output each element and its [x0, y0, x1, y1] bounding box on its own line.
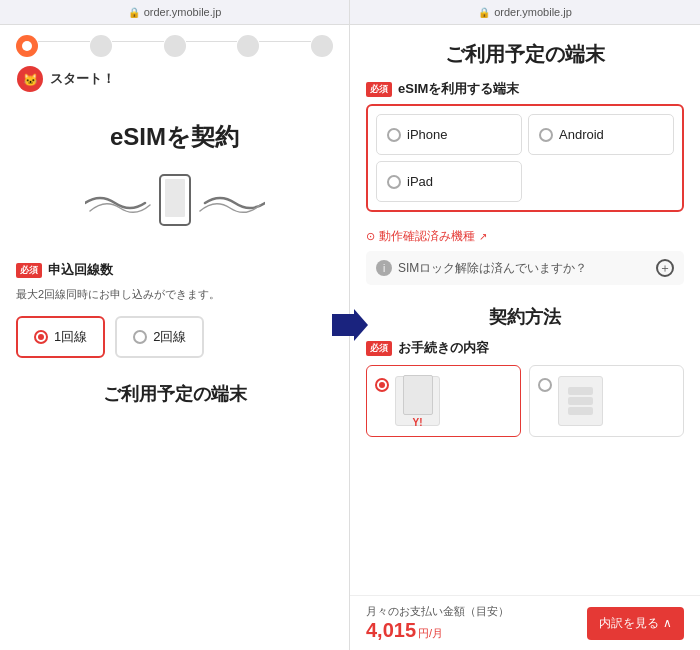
- step-item-1: [16, 35, 38, 59]
- step-item-3: [164, 35, 186, 59]
- right-content: ご利用予定の端末 必須 eSIMを利用する端末 iPhone Android: [350, 25, 700, 595]
- bottom-bar: 月々のお支払い金額（目安） 4,015 円/月 内訳を見る ∧: [350, 595, 700, 650]
- step-line-3: [186, 41, 238, 42]
- price-value: 4,015: [366, 619, 416, 642]
- device-required-badge: 必須: [366, 82, 392, 97]
- verified-link[interactable]: ⊙ 動作確認済み機種 ↗: [366, 222, 684, 251]
- right-lock-icon: 🔒: [478, 7, 490, 18]
- iphone-radio: [387, 128, 401, 142]
- esim-hero: eSIMを契約: [0, 101, 349, 251]
- procedure-required-badge: 必須: [366, 341, 392, 356]
- expand-btn-label: 内訳を見る: [599, 615, 659, 632]
- circuit-options: 1回線 2回線: [0, 310, 349, 370]
- expand-icon: ＋: [656, 259, 674, 277]
- right-panel: 🔒 order.ymobile.jp ご利用予定の端末 必須 eSIMを利用する…: [350, 0, 700, 650]
- circuit-info: 最大2回線同時にお申し込みができます。: [0, 285, 349, 310]
- brand-icon: 🐱: [16, 65, 44, 93]
- sim-lock-label: SIMロック解除は済んでいますか？: [398, 260, 587, 277]
- circuit-required-badge: 必須: [16, 263, 42, 278]
- step-circle-4: [237, 35, 259, 57]
- procedure-card-1[interactable]: Y!: [366, 365, 521, 437]
- proc-img-2: [558, 376, 603, 426]
- circuit-label-1: 1回線: [54, 328, 87, 346]
- start-label: スタート！: [50, 70, 115, 88]
- circuit-label-2: 2回線: [153, 328, 186, 346]
- wave-svg: [85, 173, 265, 233]
- android-label: Android: [559, 127, 604, 142]
- page-main-title: ご利用予定の端末: [366, 25, 684, 80]
- circuit-label: 申込回線数: [48, 261, 113, 279]
- panels-wrapper: 🔒 order.ymobile.jp: [0, 0, 700, 650]
- circuit-radio-2: [133, 330, 147, 344]
- verified-link-text: 動作確認済み機種: [379, 228, 475, 245]
- step-item-5: [311, 35, 333, 59]
- device-field-label: eSIMを利用する端末: [398, 80, 519, 98]
- ipad-radio: [387, 175, 401, 189]
- arrow-svg: [332, 307, 368, 343]
- device-ipad[interactable]: iPad: [376, 161, 522, 202]
- sim-lock-row[interactable]: i SIMロック解除は済んでいますか？ ＋: [366, 251, 684, 285]
- step-line-4: [259, 41, 311, 42]
- left-content: 🐱 スタート！ eSIMを契約: [0, 25, 349, 650]
- device-android[interactable]: Android: [528, 114, 674, 155]
- proc-radio-1: [375, 378, 389, 392]
- svg-marker-5: [332, 309, 368, 341]
- external-link-icon: ↗: [479, 231, 487, 242]
- info-icon: i: [376, 260, 392, 276]
- price-display: 4,015 円/月: [366, 619, 509, 642]
- panel-arrow: [332, 307, 368, 343]
- left-url-bar: 🔒 order.ymobile.jp: [0, 0, 349, 25]
- procedure-card-2[interactable]: [529, 365, 684, 437]
- ipad-label: iPad: [407, 174, 433, 189]
- step-item-2: [90, 35, 112, 59]
- step-circle-3: [164, 35, 186, 57]
- esim-title: eSIMを契約: [16, 121, 333, 153]
- proc-img-1: Y!: [395, 376, 440, 426]
- step-circle-1: [16, 35, 38, 57]
- right-url: order.ymobile.jp: [494, 6, 572, 18]
- circuit-option-2[interactable]: 2回線: [115, 316, 204, 358]
- svg-text:🐱: 🐱: [23, 72, 38, 87]
- contract-section: 契約方法 必須 お手続きの内容 Y!: [366, 297, 684, 437]
- chevron-up-icon: ∧: [663, 616, 672, 630]
- svg-point-0: [22, 41, 32, 51]
- step-line-2: [112, 41, 164, 42]
- lock-icon: 🔒: [128, 7, 140, 18]
- proc-radio-2: [538, 378, 552, 392]
- step-circle-5: [311, 35, 333, 57]
- price-area: 月々のお支払い金額（目安） 4,015 円/月: [366, 604, 509, 642]
- step-item-4: [237, 35, 259, 59]
- procedure-label: お手続きの内容: [398, 339, 489, 357]
- right-url-bar: 🔒 order.ymobile.jp: [350, 0, 700, 25]
- circuit-option-1[interactable]: 1回線: [16, 316, 105, 358]
- circuit-radio-inner-1: [38, 334, 44, 340]
- circuit-radio-1: [34, 330, 48, 344]
- android-radio: [539, 128, 553, 142]
- expand-button[interactable]: 内訳を見る ∧: [587, 607, 684, 640]
- device-grid: iPhone Android iPad: [366, 104, 684, 212]
- step-circle-2: [90, 35, 112, 57]
- phone-wave-illustration: [85, 173, 265, 233]
- step-bar: [0, 25, 349, 65]
- device-section: 必須 eSIMを利用する端末 iPhone Android iPad: [366, 80, 684, 285]
- contract-title: 契約方法: [366, 297, 684, 339]
- price-label: 月々のお支払い金額（目安）: [366, 604, 509, 619]
- circuit-section: 必須 申込回線数: [0, 251, 349, 285]
- device-label-row: 必須 eSIMを利用する端末: [366, 80, 684, 98]
- left-url: order.ymobile.jp: [144, 6, 222, 18]
- procedure-options: Y!: [366, 365, 684, 437]
- device-iphone[interactable]: iPhone: [376, 114, 522, 155]
- iphone-label: iPhone: [407, 127, 447, 142]
- step-line-1: [38, 41, 90, 42]
- price-unit: 円/月: [418, 626, 443, 641]
- svg-rect-4: [165, 179, 185, 217]
- bottom-section-title: ご利用予定の端末: [0, 370, 349, 412]
- proc-radio-inner-1: [379, 382, 385, 388]
- left-panel: 🔒 order.ymobile.jp: [0, 0, 350, 650]
- procedure-label-row: 必須 お手続きの内容: [366, 339, 684, 357]
- chevron-right-icon: ⊙: [366, 230, 375, 243]
